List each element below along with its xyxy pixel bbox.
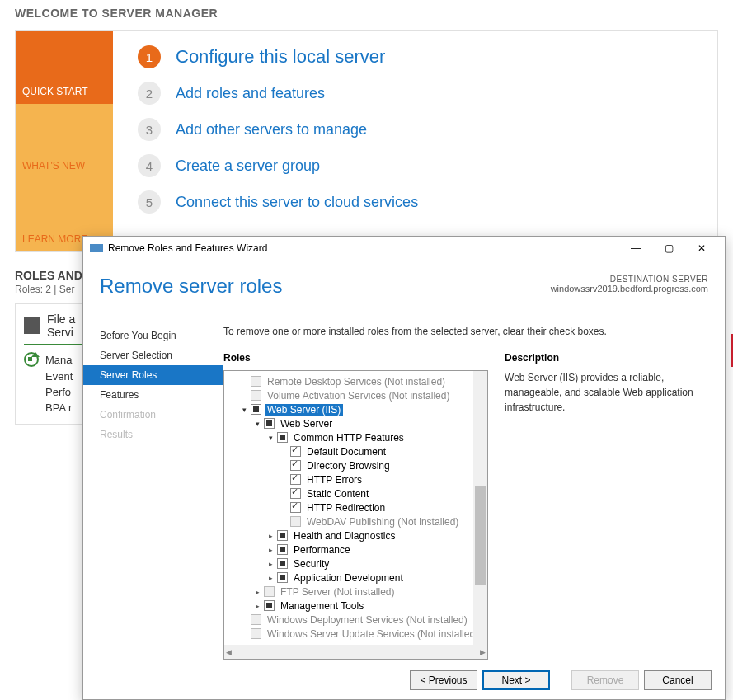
minimize-button[interactable]: — (619, 238, 652, 258)
tree-label[interactable]: Common HTTP Features (291, 432, 406, 444)
tree-node[interactable]: Volume Activation Services (Not installe… (224, 388, 487, 402)
remove-roles-wizard: Remove Roles and Features Wizard — ▢ ✕ R… (82, 236, 726, 700)
tree-node[interactable]: Windows Deployment Services (Not install… (224, 613, 487, 627)
nav-item-server-selection[interactable]: Server Selection (83, 345, 223, 365)
step-server-group[interactable]: 4 Create a server group (138, 154, 418, 177)
description-label: Description (505, 352, 708, 364)
tree-node[interactable]: HTTP Errors (224, 472, 487, 486)
tree-label[interactable]: FTP Server (Not installed) (278, 586, 397, 598)
tree-label[interactable]: Static Content (304, 488, 371, 500)
checkbox[interactable] (290, 488, 301, 499)
scrollbar-thumb[interactable] (475, 486, 486, 585)
remove-button[interactable]: Remove (571, 670, 639, 690)
step-number: 3 (138, 118, 161, 141)
tree-node[interactable]: Remote Desktop Services (Not installed) (224, 374, 487, 388)
checkbox[interactable] (277, 432, 288, 443)
scrollbar-horizontal[interactable]: ◀ ▶ (224, 645, 487, 659)
expand-icon[interactable] (265, 532, 275, 540)
tree-label[interactable]: HTTP Redirection (304, 502, 388, 514)
minimize-icon: — (631, 242, 641, 254)
tree-label[interactable]: Application Development (291, 572, 406, 584)
tree-node[interactable]: WebDAV Publishing (Not installed) (224, 514, 487, 529)
tree-node[interactable]: Security (224, 557, 487, 571)
tree-label[interactable]: Directory Browsing (304, 460, 392, 472)
sidebar-quick-start[interactable]: QUICK START (16, 31, 113, 104)
checkbox[interactable] (277, 530, 288, 541)
tree-label[interactable]: Remote Desktop Services (Not installed) (265, 376, 448, 388)
cancel-button[interactable]: Cancel (644, 670, 712, 690)
checkbox[interactable] (290, 446, 301, 457)
tree-label[interactable]: WebDAV Publishing (Not installed) (304, 516, 461, 528)
tree-label[interactable]: Volume Activation Services (Not installe… (265, 390, 452, 402)
tree-node[interactable]: Performance (224, 543, 487, 557)
checkbox[interactable] (264, 418, 275, 429)
tree-node[interactable]: Common HTTP Features (224, 430, 487, 444)
window-titlebar[interactable]: Remove Roles and Features Wizard — ▢ ✕ (83, 237, 725, 260)
roles-tree[interactable]: Remote Desktop Services (Not installed)V… (223, 370, 488, 660)
tree-label[interactable]: Windows Server Update Services (Not inst… (265, 628, 481, 640)
checkbox[interactable] (290, 460, 301, 471)
tree-label[interactable]: Management Tools (278, 600, 366, 612)
scroll-left-icon[interactable]: ◀ (226, 648, 232, 656)
tree-node[interactable]: Default Document (224, 444, 487, 458)
expand-icon[interactable] (265, 546, 275, 554)
collapse-icon[interactable] (239, 406, 249, 414)
expand-icon[interactable] (252, 588, 262, 596)
sidebar-whats-new[interactable]: WHAT'S NEW (16, 104, 113, 177)
step-label: Connect this server to cloud services (176, 194, 418, 211)
collapse-icon[interactable] (252, 420, 262, 428)
checkbox[interactable] (277, 558, 288, 569)
tree-node[interactable]: Health and Diagnostics (224, 529, 487, 543)
step-configure[interactable]: 1 Configure this local server (138, 45, 418, 68)
welcome-sidebar: QUICK START WHAT'S NEW LEARN MORE (16, 31, 113, 251)
checkbox[interactable] (277, 572, 288, 583)
checkbox (251, 376, 261, 387)
tree-node[interactable]: Windows Server Update Services (Not inst… (224, 627, 487, 641)
quick-start-steps: 1 Configure this local server 2 Add role… (113, 31, 443, 251)
checkbox[interactable] (290, 474, 301, 485)
tree-label[interactable]: Windows Deployment Services (Not install… (265, 614, 470, 626)
tree-node[interactable]: Management Tools (224, 599, 487, 613)
tree-node[interactable]: Static Content (224, 486, 487, 500)
nav-item-before-you-begin[interactable]: Before You Begin (83, 326, 223, 345)
tree-label[interactable]: Performance (291, 544, 353, 556)
expand-icon[interactable] (265, 574, 275, 582)
description-text: Web Server (IIS) provides a reliable, ma… (505, 370, 708, 415)
tree-label[interactable]: HTTP Errors (304, 474, 364, 486)
nav-item-server-roles[interactable]: Server Roles (83, 365, 223, 385)
instruction-text: To remove one or more installed roles fr… (223, 326, 708, 337)
tree-node[interactable]: HTTP Redirection (224, 500, 487, 514)
tree-label[interactable]: Health and Diagnostics (291, 530, 397, 542)
step-number: 2 (138, 82, 161, 105)
previous-button[interactable]: < Previous (410, 670, 477, 690)
maximize-button[interactable]: ▢ (652, 238, 685, 258)
tree-label[interactable]: Default Document (304, 446, 388, 458)
tree-node[interactable]: Web Server (224, 416, 487, 430)
tree-node[interactable]: Directory Browsing (224, 458, 487, 472)
step-add-roles[interactable]: 2 Add roles and features (138, 82, 418, 105)
tree-label[interactable]: Web Server (278, 418, 335, 430)
next-button[interactable]: Next > (482, 670, 550, 690)
tree-label[interactable]: Web Server (IIS) (265, 404, 343, 416)
tile-title: File a (47, 312, 75, 326)
destination-label: DESTINATION SERVER (551, 275, 708, 284)
checkbox[interactable] (251, 404, 261, 415)
expand-icon[interactable] (252, 602, 262, 610)
expand-icon[interactable] (265, 560, 275, 568)
nav-item-features[interactable]: Features (83, 385, 223, 405)
scroll-right-icon[interactable]: ▶ (480, 648, 486, 656)
close-button[interactable]: ✕ (685, 238, 718, 258)
scrollbar-vertical[interactable] (473, 371, 487, 645)
checkbox (251, 614, 261, 625)
step-add-servers[interactable]: 3 Add other servers to manage (138, 118, 418, 141)
checkbox[interactable] (277, 544, 288, 555)
tree-node[interactable]: Application Development (224, 571, 487, 585)
checkbox[interactable] (264, 600, 275, 611)
tree-node[interactable]: Web Server (IIS) (224, 402, 487, 416)
tree-node[interactable]: FTP Server (Not installed) (224, 585, 487, 599)
checkbox[interactable] (290, 502, 301, 513)
collapse-icon[interactable] (265, 434, 275, 442)
close-icon: ✕ (698, 242, 706, 254)
tree-label[interactable]: Security (291, 558, 331, 570)
step-cloud[interactable]: 5 Connect this server to cloud services (138, 190, 418, 214)
